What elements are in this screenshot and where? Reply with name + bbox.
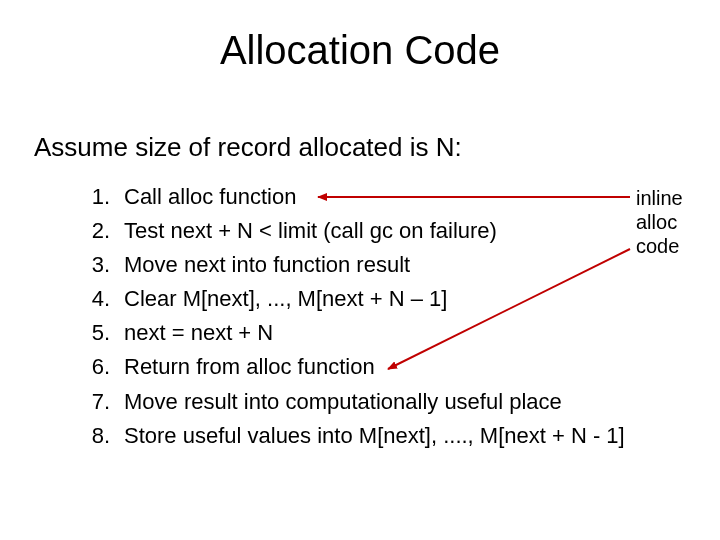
step-text: Move result into computationally useful … — [124, 385, 632, 419]
step-text: Test next + N < limit (call gc on failur… — [124, 214, 632, 248]
slide: Allocation Code Assume size of record al… — [0, 0, 720, 540]
step-text: next = next + N — [124, 316, 632, 350]
annotation-line: alloc — [636, 210, 683, 234]
list-item: 3. Move next into function result — [72, 248, 632, 282]
step-number: 7. — [72, 385, 124, 419]
step-number: 6. — [72, 350, 124, 384]
step-text: Return from alloc function — [124, 350, 632, 384]
list-item: 7. Move result into computationally usef… — [72, 385, 632, 419]
step-text: Clear M[next], ..., M[next + N – 1] — [124, 282, 632, 316]
steps-list: 1. Call alloc function 2. Test next + N … — [72, 180, 632, 453]
list-item: 2. Test next + N < limit (call gc on fai… — [72, 214, 632, 248]
margin-annotation: inline alloc code — [636, 186, 683, 258]
step-number: 2. — [72, 214, 124, 248]
list-item: 4. Clear M[next], ..., M[next + N – 1] — [72, 282, 632, 316]
annotation-line: inline — [636, 186, 683, 210]
step-number: 3. — [72, 248, 124, 282]
step-number: 5. — [72, 316, 124, 350]
step-text: Call alloc function — [124, 180, 632, 214]
list-item: 1. Call alloc function — [72, 180, 632, 214]
slide-subtitle: Assume size of record allocated is N: — [34, 132, 462, 163]
list-item: 8. Store useful values into M[next], ...… — [72, 419, 632, 453]
step-number: 4. — [72, 282, 124, 316]
slide-title: Allocation Code — [0, 28, 720, 73]
step-number: 8. — [72, 419, 124, 453]
step-number: 1. — [72, 180, 124, 214]
step-text: Store useful values into M[next], ...., … — [124, 419, 632, 453]
step-text: Move next into function result — [124, 248, 632, 282]
list-item: 6. Return from alloc function — [72, 350, 632, 384]
list-item: 5. next = next + N — [72, 316, 632, 350]
annotation-line: code — [636, 234, 683, 258]
